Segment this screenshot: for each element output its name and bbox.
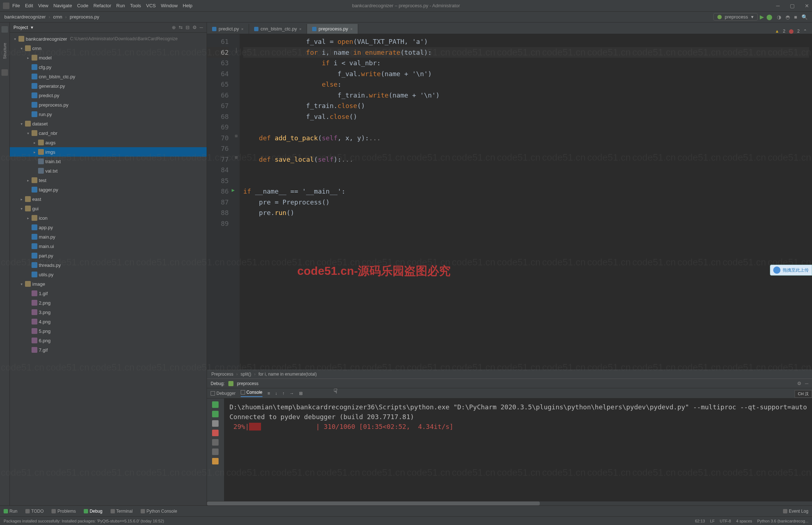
tree-item-model[interactable]: ▸model [10,53,207,62]
pause-button[interactable] [212,420,219,427]
tree-item-east[interactable]: ▸east [10,194,207,204]
breadcrumb-folder[interactable]: crnn [53,14,62,20]
tree-item-4.png[interactable]: 4.png [10,317,207,326]
encoding[interactable]: UTF-8 [720,519,731,523]
minimize-button[interactable]: ─ [776,3,780,9]
menu-vcs[interactable]: VCS [146,3,156,8]
resume-button[interactable] [212,411,219,417]
coverage-button[interactable]: ◑ [777,14,781,20]
tree-item-crnn[interactable]: ▾crnn [10,44,207,53]
structure-tool-button[interactable]: Structure [3,43,7,59]
tree-item-threads.py[interactable]: threads.py [10,260,207,270]
mute-breakpoints-button[interactable] [212,448,219,455]
stop-button[interactable]: ■ [794,14,797,20]
run-button[interactable]: ▶ [760,14,764,20]
menu-window[interactable]: Window [161,3,178,8]
search-button[interactable]: 🔍 [801,14,808,20]
debug-hide-icon[interactable]: ─ [805,381,808,386]
debug-config-name[interactable]: preprocess [237,381,258,386]
menu-run[interactable]: Run [116,3,125,8]
tree-item-card_nbr[interactable]: ▾card_nbr [10,128,207,138]
tree-item-utils.py[interactable]: utils.py [10,270,207,279]
breadcrumb-file[interactable]: preprocess.py [70,14,99,20]
indent[interactable]: 4 spaces [736,519,752,523]
hide-icon[interactable]: ─ [200,25,203,30]
tree-item-predict.py[interactable]: predict.py [10,91,207,100]
collapse-icon[interactable]: ⊟ [186,25,190,30]
tree-item-part.py[interactable]: part.py [10,251,207,260]
menu-code[interactable]: Code [77,3,88,8]
step-out-icon[interactable]: ↑ [282,391,285,396]
tree-item-bankcardrecognizer[interactable]: ▾bankcardrecognizerC:\Users\Administrato… [10,34,207,44]
console-output[interactable]: D:\zhuomian\temp\bankcardrecognizer36\Sc… [224,398,812,501]
tree-item-main.py[interactable]: main.py [10,232,207,241]
interpreter[interactable]: Python 3.6 (bankcardrecog... [757,519,808,523]
python-console-tool[interactable]: Python Console [141,509,177,514]
code-content[interactable]: f_val = open(VAL_TXT_PATH, 'a') for i, n… [240,34,812,369]
tree-item-preprocess.py[interactable]: preprocess.py [10,100,207,109]
todo-tool[interactable]: TODO [25,509,44,514]
stop-debug-button[interactable] [212,430,219,436]
step-into-icon[interactable]: ↓ [275,391,277,396]
caret-position[interactable]: 62:13 [695,519,705,523]
maximize-button[interactable]: ▢ [790,3,795,9]
menu-view[interactable]: View [38,3,48,8]
event-log[interactable]: Event Log [783,509,808,514]
rerun-button[interactable] [212,401,219,408]
terminal-tool[interactable]: Terminal [111,509,133,514]
console-scrollbar[interactable] [207,501,812,505]
menu-help[interactable]: Help [183,3,192,8]
tree-item-1.gif[interactable]: 1.gif [10,289,207,298]
tree-item-2.png[interactable]: 2.png [10,298,207,307]
tree-item-val.txt[interactable]: val.txt [10,166,207,175]
menu-navigate[interactable]: Navigate [53,3,72,8]
menu-file[interactable]: File [12,3,20,8]
tab-predict.py[interactable]: predict.py× [207,24,249,34]
menu-refactor[interactable]: Refactor [94,3,111,8]
menu-edit[interactable]: Edit [25,3,33,8]
tree-item-5.png[interactable]: 5.png [10,326,207,336]
code-area[interactable]: 616263646566676869707677848586878889 │⊞⊞… [207,34,812,369]
debug-tool[interactable]: Debug [84,509,102,514]
inspection-widget[interactable]: ▲2⬤2⌃ [775,29,807,34]
tree-item-7.gif[interactable]: 7.gif [10,345,207,355]
project-view-label[interactable]: Project [13,25,28,30]
tree-item-main.ui[interactable]: main.ui [10,241,207,251]
ime-badge[interactable]: CH 汉 [795,390,812,398]
profile-button[interactable]: ◓ [786,14,790,20]
tree-item-gui[interactable]: ▾gui [10,204,207,213]
fold-gutter[interactable]: │⊞⊞ [233,34,240,369]
locate-icon[interactable]: ⊕ [172,25,176,30]
step-over-icon[interactable]: ≡ [268,391,270,396]
tab-cnn_blstm_ctc.py[interactable]: cnn_blstm_ctc.py× [249,24,307,34]
favorites-tool-button[interactable] [1,69,8,76]
layout-button[interactable] [212,458,219,464]
expand-icon[interactable]: ⇆ [179,25,183,30]
tree-item-tagger.py[interactable]: tagger.py [10,185,207,194]
tree-item-train.txt[interactable]: train.txt [10,157,207,166]
tree-item-cnn_blstm_ctc.py[interactable]: cnn_blstm_ctc.py [10,72,207,81]
project-tree[interactable]: ▾bankcardrecognizerC:\Users\Administrato… [10,33,207,505]
debug-settings-icon[interactable]: ⚙ [797,381,801,386]
tree-item-augs[interactable]: ▸augs [10,138,207,147]
debugger-tab[interactable]: Debugger [211,391,236,396]
view-breakpoints-button[interactable] [212,439,219,446]
tree-item-icon[interactable]: ▸icon [10,213,207,223]
project-tool-button[interactable] [1,26,8,33]
scrollbar-thumb[interactable] [207,501,540,505]
console-tab[interactable]: Console [241,390,262,397]
tree-item-imgs[interactable]: ▸imgs [10,147,207,157]
tree-item-6.png[interactable]: 6.png [10,336,207,345]
tree-item-3.png[interactable]: 3.png [10,307,207,317]
line-separator[interactable]: LF [710,519,715,523]
crumb-method[interactable]: split() [241,372,251,377]
tree-item-test[interactable]: ▸test [10,175,207,185]
evaluate-icon[interactable]: ⊞ [299,391,303,396]
tree-item-dataset[interactable]: ▾dataset [10,119,207,128]
crumb-class[interactable]: Preprocess [211,372,233,377]
tree-item-image[interactable]: ▾image [10,279,207,289]
close-button[interactable]: ✕ [805,3,809,9]
cloud-upload-badge[interactable]: 拖拽至此上传 [770,265,812,276]
tree-item-app.py[interactable]: app.py [10,223,207,232]
debug-button[interactable]: ⬤ [766,14,772,20]
